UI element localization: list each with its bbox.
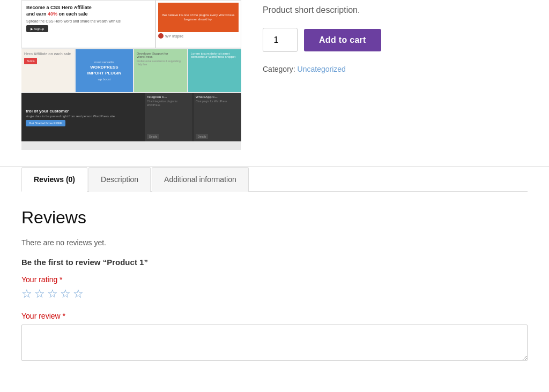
star-3[interactable]: ☆	[47, 287, 58, 301]
collage-telegram-btn: Details	[147, 134, 159, 139]
collage-plugin-label: WP Inspire	[158, 33, 239, 39]
category-link[interactable]: Uncategorized	[298, 65, 346, 73]
review-required-marker: *	[63, 312, 65, 320]
collage-affiliate-title: Become a CSS Hero Affiliateand earn 40% …	[26, 5, 151, 17]
star-4[interactable]: ☆	[60, 287, 71, 301]
collage-whatsapp-btn: Details	[196, 134, 208, 139]
collage-mid-1: Hero Affiliate on each sale Button	[21, 49, 75, 92]
tab-additional-information[interactable]: Additional information	[152, 167, 249, 192]
quantity-cart-row: Add to cart	[263, 28, 528, 52]
collage-bot-main: trol of your customer single data to be …	[21, 93, 145, 141]
collage-bot-cta-btn: Get Started Now FREE	[26, 120, 65, 126]
product-section: Become a CSS Hero Affiliateand earn 40% …	[0, 0, 549, 166]
review-textarea[interactable]	[21, 325, 528, 361]
star-1[interactable]: ☆	[21, 287, 32, 301]
collage-whatsapp-card: WhatsApp C... Chat plugin for WordPress …	[194, 93, 241, 141]
collage-whatsapp-title: WhatsApp C...	[196, 95, 239, 99]
quantity-input[interactable]	[263, 28, 298, 52]
collage-bot-sub: single data to be passed right from real…	[26, 115, 140, 118]
collage-believe-text: We believe it's one of the plugins every…	[160, 13, 236, 22]
collage-telegram-text: Chat integration plugin for WordPress	[147, 100, 190, 107]
tabs-body: Reviews There are no reviews yet. Be the…	[21, 191, 528, 379]
collage-telegram-title: Telegram C...	[147, 95, 190, 99]
tab-reviews[interactable]: Reviews (0)	[21, 167, 87, 192]
collage-orange-box: We believe it's one of the plugins every…	[158, 3, 239, 32]
product-info: Product short description. Add to cart C…	[263, 0, 528, 73]
reviews-title: Reviews	[21, 208, 528, 228]
tab-description[interactable]: Description	[88, 167, 151, 192]
collage-affiliate-block: Become a CSS Hero Affiliateand earn 40% …	[21, 0, 155, 48]
no-reviews-text: There are no reviews yet.	[21, 238, 528, 247]
tabs-section: Reviews (0) Description Additional infor…	[0, 166, 549, 379]
collage-affiliate-btn: ▶ Signup	[26, 25, 48, 32]
product-category: Category: Uncategorized	[263, 65, 528, 73]
stars-row: ☆ ☆ ☆ ☆ ☆	[21, 287, 528, 301]
star-2[interactable]: ☆	[34, 287, 45, 301]
page-wrapper: Become a CSS Hero Affiliateand earn 40% …	[0, 0, 549, 392]
collage-affiliate-subtitle: Spread the CSS Hero word and share the w…	[26, 19, 151, 23]
product-collage: Become a CSS Hero Affiliateand earn 40% …	[21, 0, 241, 150]
wp-logo-icon	[158, 33, 164, 39]
rating-required-marker: *	[60, 275, 62, 284]
collage-whatsapp-text: Chat plugin for WordPress	[196, 100, 239, 103]
collage-bot-cards: Telegram C... Chat integration plugin fo…	[145, 93, 241, 141]
product-short-description: Product short description.	[263, 5, 528, 15]
category-label: Category:	[263, 65, 295, 73]
product-images: Become a CSS Hero Affiliateand earn 40% …	[21, 0, 241, 150]
your-review-label: Your review *	[21, 312, 528, 320]
collage-bot-title: trol of your customer	[26, 109, 140, 114]
your-rating-label: Your rating *	[21, 275, 528, 284]
collage-telegram-card: Telegram C... Chat integration plugin fo…	[145, 93, 192, 141]
collage-most-versatile-block: most versatile WORDPRESS IMPORT PLUGIN w…	[76, 49, 133, 92]
be-first-to-review-label: Be the first to review “Product 1”	[21, 258, 528, 267]
star-5[interactable]: ☆	[73, 287, 84, 301]
collage-mid-3: Developer Support for WordPress Professi…	[134, 49, 187, 92]
collage-plugin-block: We believe it's one of the plugins every…	[155, 0, 241, 48]
collage-mid-4: Lorem ipsum dolor sit amet consectetur W…	[188, 49, 241, 92]
add-to-cart-button[interactable]: Add to cart	[304, 29, 381, 51]
reviews-tab-content: Reviews There are no reviews yet. Be the…	[21, 208, 528, 363]
tabs-header: Reviews (0) Description Additional infor…	[21, 167, 528, 191]
